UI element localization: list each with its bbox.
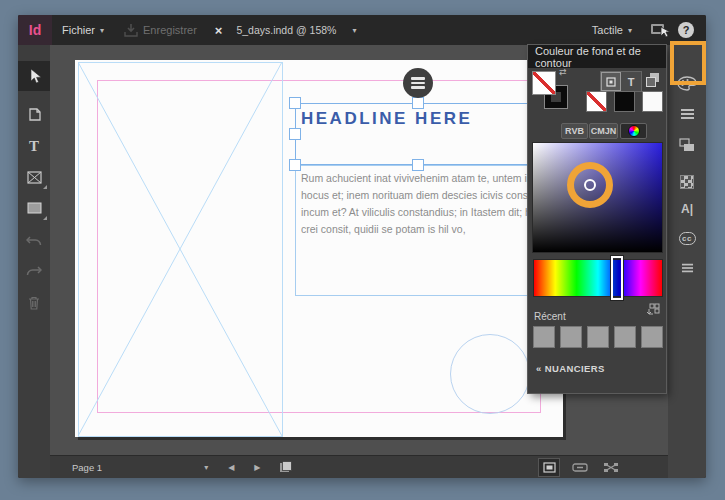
frame-handle-bottom-left[interactable]	[289, 159, 301, 171]
view-normal-button[interactable]	[538, 458, 560, 477]
close-document-icon[interactable]: ×	[207, 23, 231, 38]
swatches-panel-button[interactable]	[668, 170, 706, 194]
status-bar: Page 1 ▾ ◀ ▶	[50, 455, 668, 478]
body-line: Rum achucient inat vivivehenim atam te, …	[301, 170, 533, 187]
circle-frame-guide[interactable]	[450, 334, 530, 414]
apply-color-layers-icon[interactable]	[645, 72, 661, 88]
creative-cloud-button[interactable]: cc	[668, 226, 706, 250]
character-styles-panel-button[interactable]: A|	[668, 197, 706, 221]
swap-fill-stroke-icon[interactable]: ⇄	[559, 67, 567, 77]
frame-options-button[interactable]	[403, 68, 433, 98]
save-button[interactable]: Enregistrer	[114, 24, 207, 37]
chevron-down-icon: ▾	[628, 26, 632, 35]
checkerboard-icon	[680, 175, 694, 189]
touch-mode-icon[interactable]	[650, 22, 670, 38]
hamburger-icon	[411, 86, 425, 89]
recent-colors-label: Récent	[534, 311, 566, 322]
tools-panel: T	[18, 45, 50, 478]
color-wheel-icon	[628, 125, 640, 137]
previous-page-icon[interactable]: ◀	[228, 463, 234, 472]
redo-button[interactable]	[18, 256, 50, 286]
add-page-icon[interactable]	[278, 461, 292, 474]
view-mode-buttons	[538, 458, 622, 477]
application-topbar: Id Fichier ▾ Enregistrer × 5_days.indd @…	[18, 15, 706, 45]
recent-swatch[interactable]	[641, 326, 663, 348]
chevron-down-icon: ▾	[352, 26, 356, 35]
selection-tool[interactable]	[18, 61, 50, 91]
rvb-mode-button[interactable]: RVB	[561, 123, 588, 139]
add-to-swatches-icon[interactable]	[646, 303, 660, 317]
page-tool-icon	[27, 107, 42, 122]
recent-swatch[interactable]	[614, 326, 636, 348]
document-tab[interactable]: 5_days.indd @ 158%	[230, 24, 342, 36]
rectangle-tool-icon	[27, 202, 42, 214]
page-tool[interactable]	[18, 99, 50, 129]
fill-stroke-color-panel: Couleur de fond et de contour ⇄ T	[528, 45, 666, 393]
file-menu-label: Fichier	[62, 24, 95, 36]
color-wheel-button[interactable]	[620, 123, 647, 139]
body-line: crei consit, quidii se potam is hil vo,	[301, 221, 533, 238]
type-tool-icon: T	[29, 138, 39, 155]
body-line: hocus et; inem norituam diem descies ici…	[301, 187, 533, 204]
creative-cloud-icon: cc	[679, 232, 696, 245]
frame-tool-icon	[27, 171, 42, 184]
workspace-switcher[interactable]: Tactile ▾	[582, 15, 642, 45]
formatting-target-toggle: T	[600, 71, 642, 92]
frame-tool[interactable]	[18, 162, 50, 192]
open-swatches-link[interactable]: « NUANCIERS	[536, 363, 605, 374]
cmjn-mode-button[interactable]: CMJN	[589, 123, 618, 139]
menu-lines-icon	[681, 264, 692, 273]
hue-slider-bar[interactable]	[533, 259, 663, 297]
trash-icon	[28, 296, 40, 310]
panel-title: Couleur de fond et de contour	[528, 45, 666, 68]
delete-button[interactable]	[18, 288, 50, 318]
format-text-button[interactable]: T	[621, 72, 641, 91]
recent-swatch[interactable]	[560, 326, 582, 348]
character-style-icon: A|	[681, 202, 693, 216]
hue-slider-handle[interactable]	[611, 256, 623, 300]
body-line: incum et? At viliculis constandius; in I…	[301, 204, 533, 221]
recent-swatch[interactable]	[533, 326, 555, 348]
tool-flyout-indicator	[43, 216, 47, 220]
selection-arrow-icon	[28, 68, 41, 84]
headline-text[interactable]: HEADLINE HERE	[301, 109, 472, 129]
fit-spread-button[interactable]	[600, 458, 622, 477]
swatch-white[interactable]	[642, 91, 663, 112]
desktop-background: Id Fichier ▾ Enregistrer × 5_days.indd @…	[0, 0, 725, 500]
tool-flyout-indicator	[43, 185, 47, 189]
undo-button[interactable]	[18, 226, 50, 256]
save-icon	[124, 24, 138, 37]
document-tab-menu[interactable]: ▾	[342, 15, 366, 45]
placeholder-frame[interactable]	[78, 62, 283, 437]
fit-spread-icon	[603, 462, 619, 473]
swatch-none[interactable]	[586, 91, 607, 112]
format-container-button[interactable]	[601, 72, 621, 91]
container-icon	[606, 77, 616, 87]
frame-handle-bottom-center[interactable]	[412, 159, 424, 171]
body-text[interactable]: Rum achucient inat vivivehenim atam te, …	[301, 170, 533, 238]
pages-panel-button[interactable]	[668, 133, 706, 157]
hamburger-icon	[411, 77, 425, 80]
frame-handle-middle-left[interactable]	[289, 128, 301, 140]
dock-menu-button[interactable]	[668, 256, 706, 280]
page-dropdown-icon[interactable]: ▾	[204, 463, 208, 472]
swatch-black[interactable]	[614, 91, 635, 112]
recent-swatch[interactable]	[587, 326, 609, 348]
indesign-logo: Id	[18, 15, 52, 45]
properties-panel-button[interactable]	[668, 102, 706, 126]
undo-icon	[26, 235, 42, 247]
hamburger-icon	[411, 82, 425, 85]
type-tool[interactable]: T	[18, 131, 50, 161]
workspace-label: Tactile	[592, 24, 623, 36]
fill-color-indicator[interactable]	[532, 71, 556, 95]
file-menu[interactable]: Fichier ▾	[52, 15, 114, 45]
page-indicator[interactable]: Page 1	[72, 462, 102, 473]
frame-handle-top-left[interactable]	[289, 97, 301, 109]
fit-page-icon	[572, 462, 588, 473]
indesign-window: Id Fichier ▾ Enregistrer × 5_days.indd @…	[18, 15, 706, 478]
help-icon[interactable]: ?	[678, 22, 694, 38]
rectangle-tool[interactable]	[18, 193, 50, 223]
frame-handle-top-center[interactable]	[412, 97, 424, 109]
next-page-icon[interactable]: ▶	[254, 463, 260, 472]
fit-page-button[interactable]	[569, 458, 591, 477]
